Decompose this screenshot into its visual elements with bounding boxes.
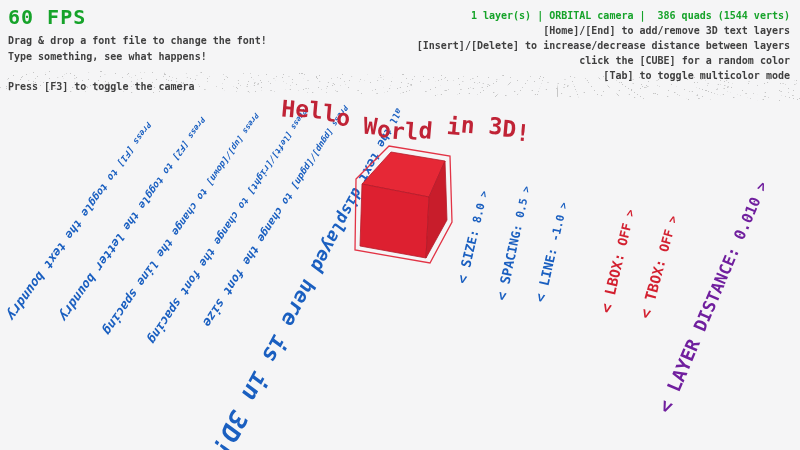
hud-left: 60 FPS Drag & drop a font file to change… bbox=[8, 6, 267, 95]
fps-counter: 60 FPS bbox=[8, 6, 267, 28]
hint-multicolor: [Tab] to toggle multicolor mode bbox=[417, 68, 790, 83]
hud-right: 1 layer(s) | ORBITAL camera | 386 quads … bbox=[417, 8, 790, 83]
hint-add-remove-layers: [Home]/[End] to add/remove 3D text layer… bbox=[417, 23, 790, 38]
hint-drag-drop: Drag & drop a font file to change the fo… bbox=[8, 33, 267, 49]
cube-front-face bbox=[360, 184, 429, 258]
hint-type-something: Type something, see what happens! bbox=[8, 49, 267, 65]
font-demo-canvas[interactable]: 60 FPS Drag & drop a font file to change… bbox=[0, 0, 800, 450]
hint-toggle-camera: Press [F3] to toggle the camera bbox=[8, 79, 267, 95]
hint-layer-distance: [Insert]/[Delete] to increase/decrease d… bbox=[417, 38, 790, 53]
status-line: 1 layer(s) | ORBITAL camera | 386 quads … bbox=[417, 8, 790, 23]
hint-cube-color: click the [CUBE] for a random color bbox=[417, 53, 790, 68]
